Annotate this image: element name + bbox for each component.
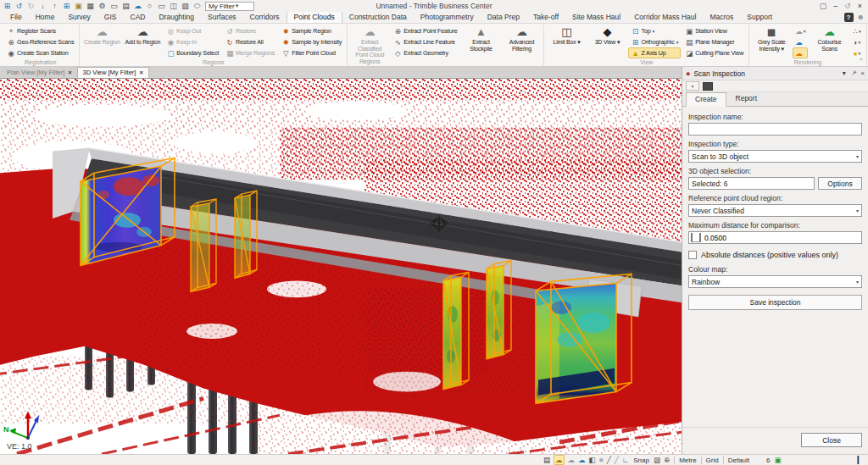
panel-close-icon[interactable]: ×: [860, 69, 865, 78]
ribbon-button-render-cloud-1[interactable]: ☁▾: [793, 25, 808, 36]
menu-tab-point-clouds[interactable]: Point Clouds: [287, 11, 342, 23]
redo-button[interactable]: ↻: [26, 2, 36, 10]
snap-label[interactable]: Snap: [633, 457, 649, 464]
menu-tab-home[interactable]: Home: [29, 12, 62, 23]
max-distance-input[interactable]: [703, 233, 861, 243]
menu-tab-site-mass-haul[interactable]: Site Mass Haul: [565, 12, 627, 23]
menu-tab-surfaces[interactable]: Surfaces: [201, 12, 243, 23]
ribbon-button-filter-point-cloud[interactable]: ▽Filter Point Cloud: [279, 47, 344, 58]
view-switch-button[interactable]: ▢: [820, 2, 827, 10]
ribbon-button-create-scan-station[interactable]: ◉Create Scan Station: [4, 47, 76, 58]
rectangle-select-button[interactable]: ▭: [157, 2, 166, 10]
ribbon-button-station-view[interactable]: ▣Station View: [682, 25, 746, 36]
user-icon[interactable]: ☻: [857, 13, 865, 22]
ribbon-button-geo-reference-scans[interactable]: ⊕Geo-Reference Scans: [4, 36, 76, 47]
pin-icon[interactable]: ⤒: [849, 69, 858, 78]
ribbon-button-point-size[interactable]: ∴▾: [850, 25, 863, 36]
settings-button[interactable]: ⚙: [97, 2, 107, 10]
snap-angle-button[interactable]: ╱: [615, 456, 619, 464]
max-distance-field[interactable]: [688, 231, 862, 244]
ribbon-button-render-cloud-2[interactable]: ☁: [793, 36, 808, 47]
save-inspection-button[interactable]: Save inspection: [688, 295, 862, 310]
save-button[interactable]: ▦: [86, 2, 95, 10]
display-button[interactable]: ▤: [121, 2, 131, 10]
menu-tab-photogrammetry[interactable]: Photogrammetry: [414, 12, 481, 23]
panel-toggle-icon[interactable]: ▎: [857, 456, 863, 464]
circle-select-button[interactable]: ○: [145, 2, 154, 10]
close-button[interactable]: Close: [801, 433, 862, 447]
contrast-square-button[interactable]: ◧: [589, 456, 596, 464]
ribbon-button-top[interactable]: ⊡Top▾: [628, 25, 681, 36]
object-selection-input[interactable]: [688, 177, 815, 190]
cloud-blue-button[interactable]: ☁: [578, 456, 586, 464]
style-selector[interactable]: Default: [728, 457, 749, 464]
panel-dropdown-icon[interactable]: ▾: [843, 69, 846, 78]
display-button[interactable]: ▤: [543, 456, 550, 464]
inspection-name-input[interactable]: [688, 123, 862, 136]
new-item-button[interactable]: ⊞: [62, 2, 71, 10]
ribbon-button-cutting-plane-view[interactable]: ◪Cutting Plane View: [682, 47, 746, 58]
ribbon-button-extract-stockpile[interactable]: ▲Extract Stockpile: [461, 25, 500, 53]
cloud-download-button[interactable]: ☁: [133, 2, 142, 10]
menu-tab-draughting[interactable]: Draughting: [152, 12, 201, 23]
box-3d-button[interactable]: ◫: [169, 2, 178, 10]
ribbon-collapse-button[interactable]: ⌃: [856, 58, 866, 64]
import-button[interactable]: ↓: [38, 2, 47, 10]
ribbon-button-extract-geometry[interactable]: ◇Extract Geometry: [391, 47, 459, 58]
ribbon-button-limit-box[interactable]: ◫Limit Box ▾: [547, 25, 586, 47]
new-document-button[interactable]: ▭: [109, 2, 119, 10]
snap-perp-button[interactable]: ∟: [622, 456, 629, 464]
menu-tab-corridor-mass-haul[interactable]: Corridor Mass Haul: [627, 12, 703, 23]
close-tab-icon[interactable]: ×: [139, 69, 142, 76]
menu-tab-take-off[interactable]: Take-off: [526, 12, 565, 23]
menu-tab-data-prep[interactable]: Data Prep: [481, 12, 526, 23]
menu-tab-corridors[interactable]: Corridors: [243, 12, 287, 23]
close-button[interactable]: ×: [858, 2, 862, 10]
cloud-grey-button[interactable]: ☁: [568, 456, 576, 464]
reference-region-select[interactable]: Never Classified ▾: [688, 204, 862, 217]
menu-tab-survey[interactable]: Survey: [61, 12, 97, 23]
ribbon-button-shading[interactable]: ◗▾: [850, 36, 863, 47]
ribbon-button-extract-point-feature[interactable]: ⊕Extract Point Feature: [391, 25, 459, 36]
menu-tab-macros[interactable]: Macros: [703, 12, 740, 23]
app-logo-button[interactable]: ⊞: [3, 2, 12, 10]
ribbon-button-render-cloud-3[interactable]: ☁: [793, 47, 808, 58]
ribbon-button-grey-scale-intensity[interactable]: ◼Grey Scale Intensity ▾: [752, 25, 791, 53]
view-tab-plan-view[interactable]: Plan View [My Filter]×: [2, 68, 77, 78]
ribbon-button-plane-manager[interactable]: ▤Plane Manager: [682, 36, 746, 47]
menu-tab-cad[interactable]: CAD: [124, 12, 153, 23]
ribbon-button-advanced-filtering[interactable]: ☁Advanced Filtering: [502, 25, 541, 53]
ribbon-button-register-scans[interactable]: ⌖Register Scans: [4, 25, 76, 36]
help-icon[interactable]: ?: [844, 13, 854, 22]
panel-view-icon[interactable]: [703, 82, 713, 91]
menu-tab-construction-data[interactable]: Construction Data: [342, 12, 414, 23]
3d-viewport[interactable]: N VE: 1.0: [0, 78, 682, 454]
ribbon-button-restore[interactable]: ↺Restore: [223, 25, 277, 36]
ribbon-button-extract-classified-point-cloud-regions[interactable]: ☁Extract Classified Point Cloud Regions: [350, 25, 389, 66]
image-button[interactable]: ▨: [654, 456, 660, 464]
globe-button[interactable]: ⊕: [664, 456, 670, 464]
snap-line-button[interactable]: ╱: [607, 456, 611, 464]
ribbon-button-orthographic[interactable]: ⊞Orthographic▾: [628, 36, 681, 47]
minimize-button[interactable]: –: [833, 2, 837, 10]
ribbon-button-create-region[interactable]: ☁Create Region: [82, 25, 121, 47]
image-capture-button[interactable]: ▧: [181, 2, 190, 10]
inspection-type-select[interactable]: Scan to 3D object ▾: [688, 150, 862, 163]
undo-button[interactable]: ↺: [14, 2, 24, 10]
absolute-distances-checkbox[interactable]: [688, 251, 697, 259]
restore-button[interactable]: ↺: [844, 2, 851, 10]
ribbon-button-z-axis-up[interactable]: ▲Z Axis Up: [628, 47, 681, 58]
grey-square-button[interactable]: ■: [599, 456, 604, 464]
view-filter-dropdown[interactable]: My Filter ▾: [205, 2, 254, 11]
panel-tab-create[interactable]: Create: [686, 92, 726, 107]
panel-tab-report[interactable]: Report: [726, 91, 767, 106]
unit-selector[interactable]: Metre: [679, 457, 696, 464]
menu-tab-support[interactable]: Support: [740, 12, 779, 23]
ribbon-button-sample-by-intensity[interactable]: ✹Sample by Intensity: [279, 36, 344, 47]
ribbon-button-3d-view[interactable]: ◆3D View ▾: [587, 25, 626, 47]
ribbon-button-sample-region[interactable]: ✸Sample Region: [279, 25, 344, 36]
view-tab-3d-view[interactable]: 3D View [My Filter]×: [77, 67, 149, 78]
close-tab-icon[interactable]: ×: [68, 69, 71, 76]
grid-selector[interactable]: Grid: [706, 457, 719, 464]
ribbon-button-merge-regions[interactable]: ▦Merge Regions: [223, 47, 277, 58]
